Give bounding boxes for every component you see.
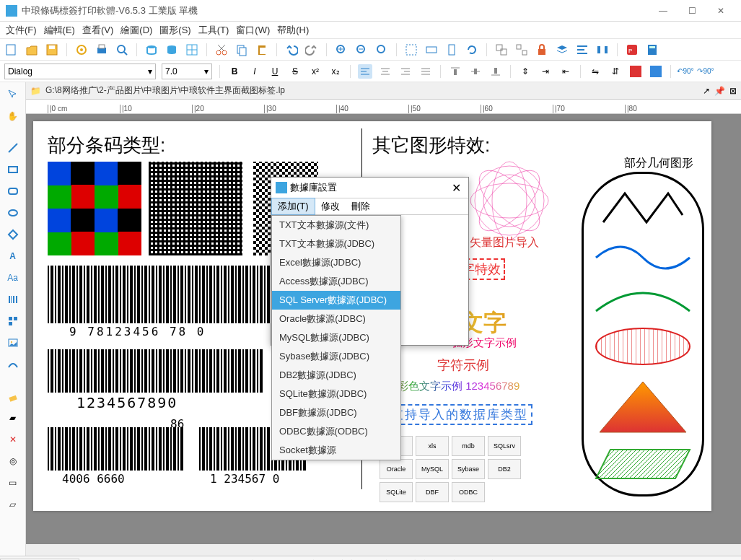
submenu-item[interactable]: Access數據源(JDBC)	[272, 272, 400, 291]
preview-icon[interactable]	[115, 43, 129, 57]
zoomin-icon[interactable]	[334, 43, 348, 57]
pdf-icon[interactable]: P	[625, 43, 639, 57]
submenu-item[interactable]: TXT文本數據源(JDBC)	[272, 235, 400, 253]
horizontal-scrollbar[interactable]	[26, 544, 741, 556]
menu-shape[interactable]: 圖形(S)	[157, 22, 193, 39]
shape2-tool-icon[interactable]: ▱	[5, 496, 21, 512]
shape1-tool-icon[interactable]: ▭	[5, 475, 21, 491]
settings-icon[interactable]	[74, 43, 89, 57]
paste-icon[interactable]	[255, 43, 269, 57]
undo-icon[interactable]	[284, 43, 299, 57]
rotate-left-icon[interactable]: ↶90°	[678, 64, 693, 79]
submenu-item[interactable]: Sybase數據源(JDBC)	[272, 347, 400, 366]
richtext-tool-icon[interactable]: Aa	[5, 270, 21, 286]
submenu-item[interactable]: Oracle數據源(JDBC)	[272, 310, 400, 328]
lock-icon[interactable]	[535, 43, 549, 57]
menu-edit[interactable]: 編輯(E)	[41, 22, 78, 39]
qr-colored[interactable]	[48, 162, 141, 255]
dialog-menu-edit[interactable]: 修改	[315, 198, 346, 214]
submenu-item[interactable]: ODBC數據源(ODBC)	[272, 422, 400, 441]
strike-button[interactable]: S	[288, 64, 302, 79]
submenu-item[interactable]: DBF數據源(JDBC)	[272, 403, 400, 422]
dialog-titlebar[interactable]: 數據庫設置 ✕	[271, 178, 468, 198]
color-swatch1-icon[interactable]	[628, 64, 643, 79]
dock-out-icon[interactable]: ↗	[703, 86, 710, 96]
pointer-tool-icon[interactable]	[5, 87, 21, 102]
dialog-close-button[interactable]: ✕	[449, 181, 464, 195]
dialog-menu-delete[interactable]: 刪除	[346, 198, 376, 214]
refresh-icon[interactable]	[465, 43, 479, 57]
align-center-icon[interactable]	[378, 64, 393, 79]
close-button[interactable]: ✕	[706, 1, 735, 21]
database-icon[interactable]	[144, 43, 159, 57]
spacing-icon[interactable]: ⇕	[518, 64, 532, 79]
submenu-item-sqlserver[interactable]: SQL Server數據源(JDBC)	[272, 291, 400, 310]
rect-tool-icon[interactable]	[5, 162, 21, 178]
calculator-icon[interactable]	[645, 43, 659, 57]
fit-width-icon[interactable]	[424, 43, 439, 57]
submenu-item[interactable]: Excel數據源(JDBC)	[272, 253, 400, 272]
subscript-icon[interactable]: x₂	[328, 64, 343, 79]
tab-close-icon[interactable]: ⊠	[729, 86, 737, 96]
rotate-right-icon[interactable]: ↷90°	[698, 64, 713, 79]
char-sample[interactable]: 字符示例	[437, 356, 489, 374]
new-icon[interactable]	[4, 43, 19, 57]
font-size-select[interactable]: 7.0▾	[162, 64, 212, 79]
font-family-select[interactable]: Dialog▾	[4, 64, 156, 79]
barcode-upca[interactable]	[48, 427, 185, 471]
align-justify-icon[interactable]	[418, 64, 433, 79]
outdent-icon[interactable]: ⇤	[558, 64, 573, 79]
submenu-item[interactable]: MySQL數據源(JDBC)	[272, 328, 400, 347]
dock-pin-icon[interactable]: 📌	[714, 86, 725, 96]
ungroup-icon[interactable]	[514, 43, 529, 57]
db-types-label[interactable]: 支持导入的数据库类型	[387, 404, 532, 425]
hand-tool-icon[interactable]: ✋	[5, 108, 21, 124]
layers-icon[interactable]	[555, 43, 569, 57]
ellipse-tool-icon[interactable]	[5, 205, 21, 221]
barcode-code128[interactable]	[48, 349, 264, 393]
copy-icon[interactable]	[234, 43, 249, 57]
roundrect-tool-icon[interactable]	[5, 183, 21, 199]
distribute-icon[interactable]	[595, 43, 610, 57]
redo-icon[interactable]	[304, 43, 319, 57]
barcode-tool-icon[interactable]	[5, 292, 21, 307]
group-icon[interactable]	[494, 43, 509, 57]
geometry-panel[interactable]	[582, 172, 704, 496]
submenu-item[interactable]: SQLite數據源(JDBC)	[272, 385, 400, 403]
submenu-item[interactable]: TXT文本數據源(文件)	[272, 216, 400, 235]
flip-h-icon[interactable]: ⇋	[588, 64, 602, 79]
spirograph-graphic[interactable]	[466, 157, 553, 244]
db2-icon[interactable]	[165, 43, 179, 57]
qr-plain[interactable]	[149, 162, 242, 255]
grid-icon[interactable]	[185, 43, 199, 57]
curve-tool-icon[interactable]	[5, 356, 21, 372]
submenu-item[interactable]: DB2數據源(JDBC)	[272, 366, 400, 385]
indent-icon[interactable]: ⇥	[538, 64, 553, 79]
align-right-icon[interactable]	[398, 64, 413, 79]
maximize-button[interactable]: ☐	[678, 1, 706, 21]
minimize-button[interactable]: —	[649, 1, 678, 21]
menu-view[interactable]: 查看(V)	[79, 22, 116, 39]
menu-file[interactable]: 文件(F)	[3, 22, 40, 39]
polygon-tool-icon[interactable]	[5, 227, 21, 242]
align-icon[interactable]	[575, 43, 589, 57]
zoomout-icon[interactable]	[354, 43, 369, 57]
open-icon[interactable]	[25, 43, 39, 57]
align-left-icon[interactable]	[358, 64, 372, 79]
underline-button[interactable]: U	[268, 64, 282, 79]
color-swatch2-icon[interactable]	[649, 64, 663, 79]
zoomfit-icon[interactable]	[374, 43, 389, 57]
text-tool-icon[interactable]: A	[5, 248, 21, 264]
fit-height-icon[interactable]	[444, 43, 459, 57]
image-tool-icon[interactable]	[5, 335, 21, 351]
superscript-icon[interactable]: x²	[308, 64, 323, 79]
menu-draw[interactable]: 繪圖(D)	[118, 22, 155, 39]
valign-top-icon[interactable]	[448, 64, 462, 79]
barcode-ean[interactable]	[48, 266, 307, 323]
italic-button[interactable]: I	[247, 64, 262, 79]
bold-button[interactable]: B	[227, 64, 242, 79]
print-icon[interactable]	[95, 43, 109, 57]
flip-v-icon[interactable]: ⇵	[608, 64, 623, 79]
fill-tool-icon[interactable]: ▰	[5, 410, 21, 426]
qrcode-tool-icon[interactable]	[5, 313, 21, 329]
